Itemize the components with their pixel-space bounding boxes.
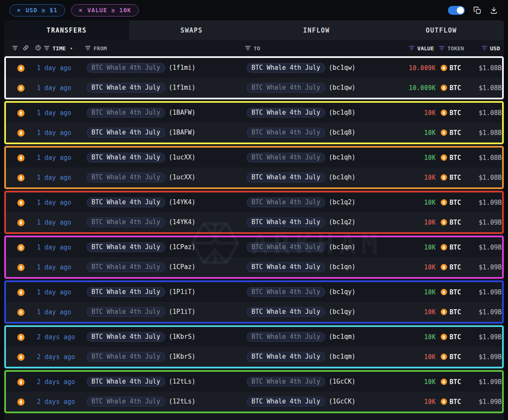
to-entity-pill[interactable]: BTC Whale 4th July — [247, 198, 325, 207]
to-entity-pill[interactable]: BTC Whale 4th July — [247, 332, 325, 342]
to-address[interactable]: (bc1q8) — [329, 129, 356, 136]
from-address[interactable]: (1BAFW) — [169, 129, 196, 136]
filter-icon[interactable] — [44, 45, 50, 52]
from-address[interactable]: (1P1iT) — [169, 288, 196, 296]
from-address[interactable]: (12tLs) — [169, 398, 196, 405]
from-entity-pill[interactable]: BTC Whale 4th July — [87, 128, 165, 137]
to-entity-pill[interactable]: BTC Whale 4th July — [247, 307, 325, 317]
transfer-row[interactable]: ฿1 day agoBTC Whale 4th July(14YK4)BTC W… — [6, 192, 502, 212]
column-header-from[interactable]: FROM — [85, 45, 245, 52]
filter-icon-active[interactable] — [409, 45, 414, 52]
to-entity-pill[interactable]: BTC Whale 4th July — [247, 217, 325, 227]
to-address[interactable]: (bc1qw) — [329, 64, 356, 71]
transfer-row[interactable]: ฿2 days agoBTC Whale 4th July(1KbrS)BTC … — [6, 347, 502, 367]
from-entity-pill[interactable]: BTC Whale 4th July — [87, 198, 165, 207]
to-address[interactable]: (bc1qn) — [329, 263, 356, 271]
to-address[interactable]: (1GcCK) — [329, 398, 356, 405]
link-icon[interactable] — [23, 45, 29, 52]
column-header-token[interactable]: TOKEN — [436, 45, 465, 52]
to-address[interactable]: (bc1q2) — [329, 218, 356, 226]
from-address[interactable]: (1KbrS) — [169, 353, 196, 360]
from-entity-pill[interactable]: BTC Whale 4th July — [87, 332, 165, 342]
to-address[interactable]: (bc1qm) — [329, 353, 356, 360]
from-entity-pill[interactable]: BTC Whale 4th July — [87, 217, 165, 227]
to-address[interactable]: (bc1q2) — [329, 198, 356, 206]
to-entity-pill[interactable]: BTC Whale 4th July — [247, 63, 325, 73]
from-entity-pill[interactable]: BTC Whale 4th July — [87, 83, 165, 93]
from-address[interactable]: (1P1iT) — [169, 308, 196, 316]
to-address[interactable]: (bc1qh) — [329, 154, 356, 161]
to-entity-pill[interactable]: BTC Whale 4th July — [247, 397, 325, 406]
from-address[interactable]: (14YK4) — [169, 198, 196, 206]
to-address[interactable]: (bc1qh) — [329, 173, 356, 181]
from-address[interactable]: (1BAFW) — [169, 109, 196, 116]
close-icon[interactable]: × — [79, 7, 83, 14]
from-address[interactable]: (1ucXX) — [169, 173, 196, 181]
from-address[interactable]: (1f1mi) — [169, 84, 196, 91]
to-address[interactable]: (bc1qy) — [329, 288, 356, 296]
from-entity-pill[interactable]: BTC Whale 4th July — [87, 242, 165, 252]
from-entity-pill[interactable]: BTC Whale 4th July — [87, 108, 165, 118]
transfer-row[interactable]: ฿2 days agoBTC Whale 4th July(12tLs)BTC … — [6, 392, 502, 412]
filter-icon-active[interactable] — [439, 45, 444, 52]
tab-outflow[interactable]: OUTFLOW — [379, 20, 504, 40]
transfer-row[interactable]: ฿1 day agoBTC Whale 4th July(1BAFW)BTC W… — [6, 103, 502, 123]
from-entity-pill[interactable]: BTC Whale 4th July — [87, 153, 165, 162]
to-entity-pill[interactable]: BTC Whale 4th July — [247, 108, 325, 118]
close-icon[interactable]: × — [17, 7, 21, 14]
filter-chip-value[interactable]: × VALUE ≥ 10K — [71, 4, 139, 16]
to-entity-pill[interactable]: BTC Whale 4th July — [247, 242, 325, 252]
column-header-to[interactable]: TO — [245, 45, 402, 52]
filter-icon[interactable] — [245, 45, 251, 52]
filter-icon[interactable] — [85, 45, 91, 52]
transfer-row[interactable]: ฿1 day agoBTC Whale 4th July(1f1mi)BTC W… — [6, 78, 502, 98]
tab-transfers[interactable]: TRANSFERS — [4, 20, 129, 40]
from-address[interactable]: (1ucXX) — [169, 154, 196, 161]
from-address[interactable]: (1f1mi) — [169, 64, 196, 71]
transfer-row[interactable]: ฿1 day agoBTC Whale 4th July(1ucXX)BTC W… — [6, 148, 502, 167]
download-icon[interactable] — [490, 6, 498, 14]
transfer-row[interactable]: ฿1 day agoBTC Whale 4th July(14YK4)BTC W… — [6, 212, 502, 232]
to-entity-pill[interactable]: BTC Whale 4th July — [247, 377, 325, 387]
filter-chip-usd[interactable]: × USD ≥ $1 — [9, 4, 65, 16]
transfer-row[interactable]: ฿1 day agoBTC Whale 4th July(1P1iT)BTC W… — [6, 282, 502, 302]
column-header-value[interactable]: VALUE — [402, 45, 436, 52]
transfer-row[interactable]: ฿1 day agoBTC Whale 4th July(1CPaz)BTC W… — [6, 237, 502, 257]
from-address[interactable]: (1KbrS) — [169, 333, 196, 340]
to-entity-pill[interactable]: BTC Whale 4th July — [247, 128, 325, 137]
to-entity-pill[interactable]: BTC Whale 4th July — [247, 83, 325, 93]
from-entity-pill[interactable]: BTC Whale 4th July — [87, 397, 165, 406]
copy-icon[interactable] — [473, 6, 481, 14]
to-address[interactable]: (bc1q8) — [329, 109, 356, 116]
transfer-row[interactable]: ฿2 days agoBTC Whale 4th July(12tLs)BTC … — [6, 372, 502, 392]
transfer-row[interactable]: ฿1 day agoBTC Whale 4th July(1ucXX)BTC W… — [6, 167, 502, 187]
from-entity-pill[interactable]: BTC Whale 4th July — [87, 377, 165, 387]
filter-icon-active[interactable] — [482, 45, 487, 52]
from-entity-pill[interactable]: BTC Whale 4th July — [87, 63, 165, 73]
to-address[interactable]: (bc1qw) — [329, 84, 356, 91]
from-entity-pill[interactable]: BTC Whale 4th July — [87, 173, 165, 182]
from-address[interactable]: (12tLs) — [169, 378, 196, 385]
to-entity-pill[interactable]: BTC Whale 4th July — [247, 173, 325, 182]
tab-inflow[interactable]: INFLOW — [254, 20, 379, 40]
from-entity-pill[interactable]: BTC Whale 4th July — [87, 287, 165, 297]
from-entity-pill[interactable]: BTC Whale 4th July — [87, 262, 165, 272]
to-entity-pill[interactable]: BTC Whale 4th July — [247, 262, 325, 272]
transfer-row[interactable]: ฿1 day agoBTC Whale 4th July(1BAFW)BTC W… — [6, 123, 502, 143]
transfer-row[interactable]: ฿1 day agoBTC Whale 4th July(1P1iT)BTC W… — [6, 302, 502, 322]
to-entity-pill[interactable]: BTC Whale 4th July — [247, 287, 325, 297]
from-address[interactable]: (14YK4) — [169, 218, 196, 226]
transfer-row[interactable]: ฿1 day agoBTC Whale 4th July(1f1mi)BTC W… — [6, 58, 502, 78]
column-header-usd[interactable]: USD — [465, 45, 502, 52]
tab-swaps[interactable]: SWAPS — [129, 20, 254, 40]
from-entity-pill[interactable]: BTC Whale 4th July — [87, 307, 165, 317]
toggle-switch[interactable] — [448, 6, 465, 15]
to-address[interactable]: (bc1qn) — [329, 243, 356, 251]
to-entity-pill[interactable]: BTC Whale 4th July — [247, 352, 325, 362]
transfer-row[interactable]: ฿1 day agoBTC Whale 4th July(1CPaz)BTC W… — [6, 257, 502, 277]
from-address[interactable]: (1CPaz) — [169, 243, 196, 251]
from-entity-pill[interactable]: BTC Whale 4th July — [87, 352, 165, 362]
to-entity-pill[interactable]: BTC Whale 4th July — [247, 153, 325, 162]
to-address[interactable]: (bc1qm) — [329, 333, 356, 340]
from-address[interactable]: (1CPaz) — [169, 263, 196, 271]
